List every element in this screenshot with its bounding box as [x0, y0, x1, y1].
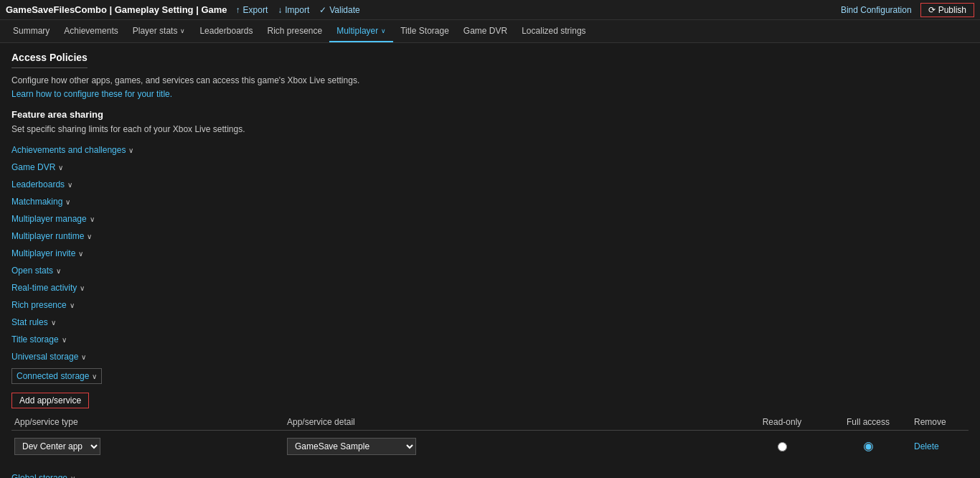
- nav-tabs: Summary Achievements Player stats ∨ Lead…: [0, 20, 980, 43]
- collapse-game-dvr[interactable]: Game DVR ∨: [11, 159, 969, 176]
- collapse-matchmaking[interactable]: Matchmaking ∨: [11, 193, 969, 210]
- validate-icon: ✓: [319, 5, 326, 15]
- chevron-down-icon: ∨: [87, 233, 92, 240]
- top-bar-actions: ↑ Export ↓ Import ✓ Validate: [236, 5, 360, 15]
- chevron-down-icon: ∨: [56, 267, 61, 275]
- detail-select[interactable]: GameSave Sample: [287, 438, 416, 455]
- collapse-multiplayer-runtime[interactable]: Multiplayer runtime ∨: [11, 228, 969, 245]
- export-button[interactable]: ↑ Export: [236, 5, 268, 15]
- type-cell: Dev Center app Other: [11, 438, 284, 455]
- chevron-down-icon: ∨: [78, 250, 83, 258]
- player-stats-chevron-icon: ∨: [180, 27, 185, 34]
- top-bar: GameSaveFilesCombo | Gameplay Setting | …: [0, 0, 980, 20]
- top-bar-right: Bind Configuration ⟳ Publish: [841, 3, 974, 17]
- connected-storage-toggle[interactable]: Connected storage ∨: [11, 368, 102, 384]
- section-heading: Access Policies: [11, 52, 88, 68]
- collapse-rich-presence[interactable]: Rich presence ∨: [11, 296, 969, 314]
- feature-desc: Set specific sharing limits for each of …: [11, 124, 969, 134]
- chevron-down-icon: ∨: [65, 198, 70, 206]
- tab-game-dvr[interactable]: Game DVR: [456, 20, 514, 42]
- header-readonly: Read-only: [739, 417, 825, 427]
- tab-leaderboards[interactable]: Leaderboards: [192, 20, 260, 42]
- readonly-cell: [739, 442, 825, 451]
- top-bar-left: GameSaveFilesCombo | Gameplay Setting | …: [6, 4, 360, 15]
- type-select[interactable]: Dev Center app Other: [14, 438, 100, 455]
- remove-cell: Delete: [911, 441, 969, 451]
- chevron-down-icon: ∨: [70, 474, 75, 479]
- publish-icon: ⟳: [928, 5, 936, 15]
- chevron-down-icon: ∨: [51, 319, 56, 327]
- tab-player-stats[interactable]: Player stats ∨: [126, 20, 193, 42]
- tab-localized-strings[interactable]: Localized strings: [514, 20, 593, 42]
- tab-summary[interactable]: Summary: [6, 20, 57, 42]
- tab-achievements[interactable]: Achievements: [57, 20, 125, 42]
- publish-button[interactable]: ⟳ Publish: [920, 3, 974, 17]
- collapse-universal-storage[interactable]: Universal storage ∨: [11, 348, 969, 365]
- chevron-down-icon: ∨: [70, 301, 75, 309]
- delete-button[interactable]: Delete: [914, 441, 939, 451]
- table-row: Dev Center app Other GameSave Sample Del…: [11, 434, 969, 459]
- readonly-radio[interactable]: [778, 442, 787, 451]
- page-content: Access Policies Configure how other apps…: [0, 43, 980, 478]
- page-title: GameSaveFilesCombo | Gameplay Setting | …: [6, 4, 227, 15]
- collapse-achievements-challenges[interactable]: Achievements and challenges ∨: [11, 141, 969, 159]
- multiplayer-chevron-icon: ∨: [381, 27, 386, 34]
- collapse-stat-rules[interactable]: Stat rules ∨: [11, 314, 969, 331]
- chevron-down-icon: ∨: [80, 284, 85, 292]
- tab-title-storage[interactable]: Title Storage: [393, 20, 456, 42]
- collapse-multiplayer-invite[interactable]: Multiplayer invite ∨: [11, 245, 969, 262]
- header-remove: Remove: [911, 417, 969, 427]
- tab-multiplayer[interactable]: Multiplayer ∨: [329, 20, 393, 42]
- export-icon: ↑: [236, 5, 240, 15]
- validate-button[interactable]: ✓ Validate: [319, 5, 359, 15]
- description-text: Configure how other apps, games, and ser…: [11, 75, 969, 85]
- table-header: App/service type App/service detail Read…: [11, 414, 969, 431]
- chevron-down-icon: ∨: [62, 336, 67, 344]
- collapse-global-storage[interactable]: Global storage ∨: [11, 469, 969, 478]
- fullaccess-radio[interactable]: [864, 442, 873, 451]
- fullaccess-cell: [825, 442, 911, 451]
- collapse-leaderboards[interactable]: Leaderboards ∨: [11, 176, 969, 193]
- header-fullaccess: Full access: [825, 417, 911, 427]
- header-detail: App/service detail: [284, 417, 739, 427]
- collapse-multiplayer-manage[interactable]: Multiplayer manage ∨: [11, 210, 969, 228]
- bind-configuration-button[interactable]: Bind Configuration: [841, 5, 912, 15]
- add-service-button[interactable]: Add app/service: [11, 393, 89, 408]
- chevron-down-icon: ∨: [90, 215, 95, 223]
- chevron-down-icon: ∨: [67, 181, 72, 189]
- connected-storage-section: Connected storage ∨: [11, 368, 969, 384]
- feature-section-title: Feature area sharing: [11, 109, 969, 120]
- chevron-down-icon: ∨: [58, 164, 63, 172]
- import-button[interactable]: ↓ Import: [278, 5, 309, 15]
- collapse-open-stats[interactable]: Open stats ∨: [11, 262, 969, 279]
- collapse-real-time-activity[interactable]: Real-time activity ∨: [11, 279, 969, 296]
- import-icon: ↓: [278, 5, 282, 15]
- detail-cell: GameSave Sample: [284, 438, 739, 455]
- chevron-down-icon: ∨: [81, 353, 86, 361]
- learn-link[interactable]: Learn how to configure these for your ti…: [11, 89, 172, 99]
- tab-rich-presence[interactable]: Rich presence: [260, 20, 329, 42]
- chevron-down-icon: ∨: [128, 146, 133, 154]
- header-type: App/service type: [11, 417, 284, 427]
- chevron-down-icon: ∨: [92, 372, 97, 380]
- collapse-title-storage[interactable]: Title storage ∨: [11, 331, 969, 348]
